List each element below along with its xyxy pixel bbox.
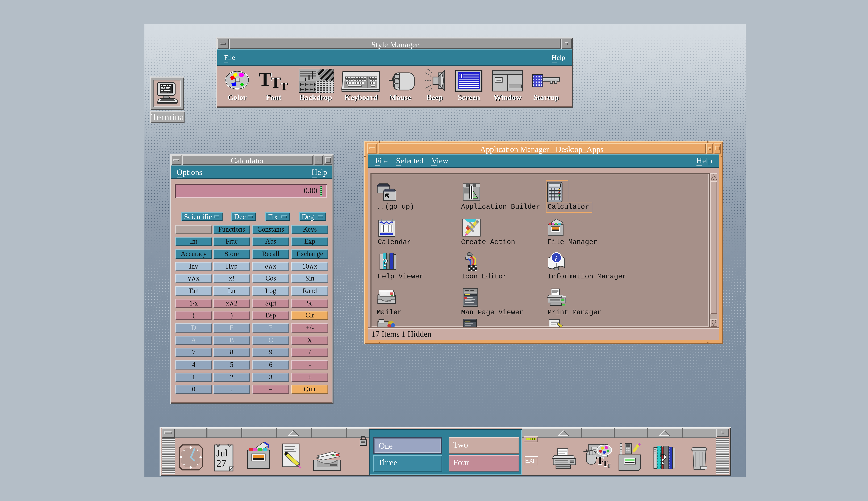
svg-text:i: i (555, 254, 557, 263)
svg-text:T: T (271, 74, 281, 91)
svg-text:T: T (607, 462, 611, 469)
svg-text:Jul: Jul (216, 448, 228, 458)
svg-text:?: ? (383, 256, 388, 269)
svg-text:T: T (280, 80, 288, 93)
svg-text:27: 27 (216, 458, 226, 469)
svg-text:T: T (259, 70, 272, 90)
svg-text:?: ? (659, 451, 667, 467)
